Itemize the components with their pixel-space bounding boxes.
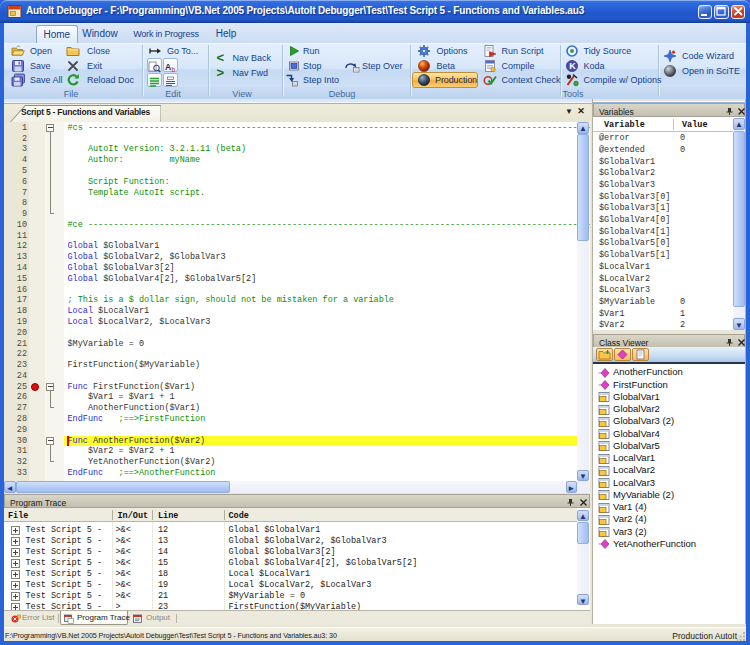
svg-text:b: b (172, 66, 176, 73)
svg-text:A: A (165, 61, 171, 71)
svg-text:K: K (569, 61, 576, 71)
